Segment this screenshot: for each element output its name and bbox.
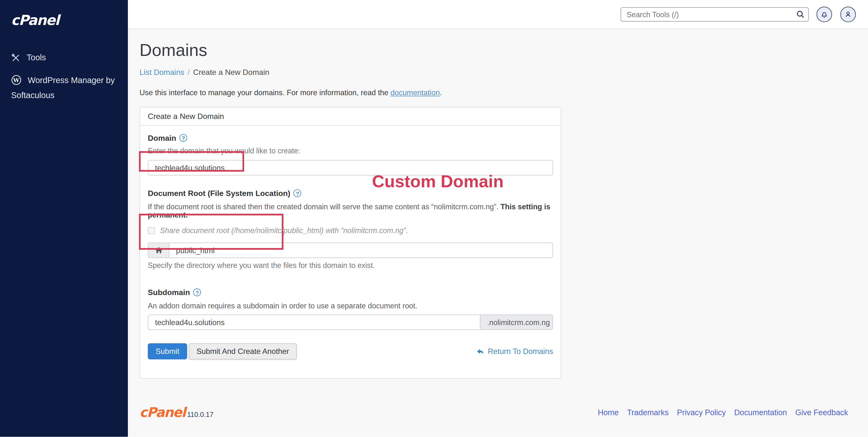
docroot-input-group: [148, 243, 553, 258]
domain-input[interactable]: [148, 160, 553, 176]
page: cPanel Tools W WordPress Manager by Soft…: [0, 0, 868, 437]
subdomain-label: Subdomain ?: [148, 288, 553, 297]
search-wrap: [620, 7, 809, 22]
domain-help-icon[interactable]: ?: [180, 134, 187, 142]
subdomain-description: An addon domain requires a subdomain in …: [148, 302, 553, 310]
footer-link-home[interactable]: Home: [598, 408, 619, 417]
submit-and-create-another-button[interactable]: Submit And Create Another: [189, 343, 297, 359]
footer-link-privacy-policy[interactable]: Privacy Policy: [677, 408, 726, 417]
docroot-form-group: Document Root (File System Location) ? I…: [148, 189, 553, 270]
intro-text-after: .: [440, 89, 442, 97]
domain-label: Domain ?: [148, 133, 553, 143]
wordpress-icon: W: [11, 75, 22, 85]
footer-link-trademarks[interactable]: Trademarks: [627, 408, 669, 417]
tools-icon: [11, 53, 21, 62]
domain-hint: Enter the domain that you would like to …: [148, 147, 553, 155]
subdomain-label-text: Subdomain: [148, 288, 190, 297]
breadcrumb-separator: /: [188, 68, 190, 76]
submit-button[interactable]: Submit: [148, 343, 187, 359]
return-to-domains-link[interactable]: Return To Domains: [476, 347, 553, 355]
sidebar-item-tools[interactable]: Tools: [0, 46, 128, 69]
user-icon: [843, 10, 852, 19]
documentation-link[interactable]: documentation: [391, 89, 440, 97]
docroot-addon: [148, 243, 169, 258]
sidebar: cPanel Tools W WordPress Manager by Soft…: [0, 0, 128, 437]
sidebar-nav: Tools W WordPress Manager by Softaculous: [0, 46, 128, 106]
page-title: Domains: [140, 40, 868, 60]
docroot-description: If the document root is shared then the …: [148, 203, 553, 219]
form-actions: Submit Submit And Create Another Return …: [148, 343, 553, 359]
user-account-button[interactable]: [840, 6, 856, 22]
breadcrumb-current: Create a New Domain: [193, 68, 269, 76]
docroot-desc-normal: If the document root is shared then the …: [148, 203, 500, 211]
content: Domains List Domains/Create a New Domain…: [128, 29, 868, 437]
search-input[interactable]: [620, 7, 809, 22]
svg-text:W: W: [13, 77, 20, 83]
main-area: Domains List Domains/Create a New Domain…: [128, 0, 868, 437]
intro-text-before: Use this interface to manage your domain…: [140, 89, 391, 97]
version-label: 110.0.17: [187, 411, 213, 418]
breadcrumb-list-domains-link[interactable]: List Domains: [140, 68, 184, 76]
card-body: Domain ? Enter the domain that you would…: [140, 126, 561, 378]
cpanel-footer-logo: cPanel: [140, 406, 186, 419]
share-docroot-row: Share document root (/home/nolimitc/publ…: [148, 226, 553, 235]
footer-brand: cPanel 110.0.17: [140, 406, 214, 419]
home-icon: [155, 246, 162, 254]
intro-text: Use this interface to manage your domain…: [140, 89, 868, 97]
footer-links: Home Trademarks Privacy Policy Documenta…: [598, 408, 848, 417]
docroot-label: Document Root (File System Location) ?: [148, 189, 553, 198]
return-to-domains-label: Return To Domains: [488, 347, 553, 355]
card-header: Create a New Domain: [140, 107, 561, 125]
share-docroot-label: Share document root (/home/nolimitc/publ…: [160, 226, 408, 235]
cpanel-logo[interactable]: cPanel: [11, 12, 59, 28]
reply-arrow-icon: [476, 347, 485, 355]
subdomain-input-group: .nolimitcrm.com.ng: [148, 314, 553, 330]
domain-label-text: Domain: [148, 133, 176, 143]
docroot-input[interactable]: [169, 243, 553, 258]
docroot-hint: Specify the directory where you want the…: [148, 261, 553, 270]
subdomain-suffix: .nolimitcrm.com.ng: [480, 314, 553, 330]
sidebar-item-wordpress-manager[interactable]: W WordPress Manager by Softaculous: [0, 68, 128, 106]
subdomain-input[interactable]: [148, 314, 480, 330]
docroot-label-text: Document Root (File System Location): [148, 189, 290, 198]
sidebar-item-label: Tools: [27, 53, 46, 62]
footer: cPanel 110.0.17 Home Trademarks Privacy …: [140, 406, 848, 419]
footer-link-give-feedback[interactable]: Give Feedback: [795, 408, 848, 417]
topbar: [128, 0, 868, 29]
domain-form-group: Domain ? Enter the domain that you would…: [148, 133, 553, 176]
sidebar-item-label: WordPress Manager by Softaculous: [11, 75, 115, 100]
breadcrumb: List Domains/Create a New Domain: [140, 68, 868, 76]
subdomain-help-icon[interactable]: ?: [193, 288, 201, 296]
subdomain-form-group: Subdomain ? An addon domain requires a s…: [148, 288, 553, 330]
share-docroot-checkbox[interactable]: [148, 227, 155, 234]
bell-icon: [820, 10, 829, 19]
footer-link-documentation[interactable]: Documentation: [734, 408, 787, 417]
docroot-help-icon[interactable]: ?: [293, 189, 301, 197]
create-domain-card: Create a New Domain Domain ? Enter the d…: [140, 107, 561, 379]
notifications-button[interactable]: [816, 6, 832, 22]
